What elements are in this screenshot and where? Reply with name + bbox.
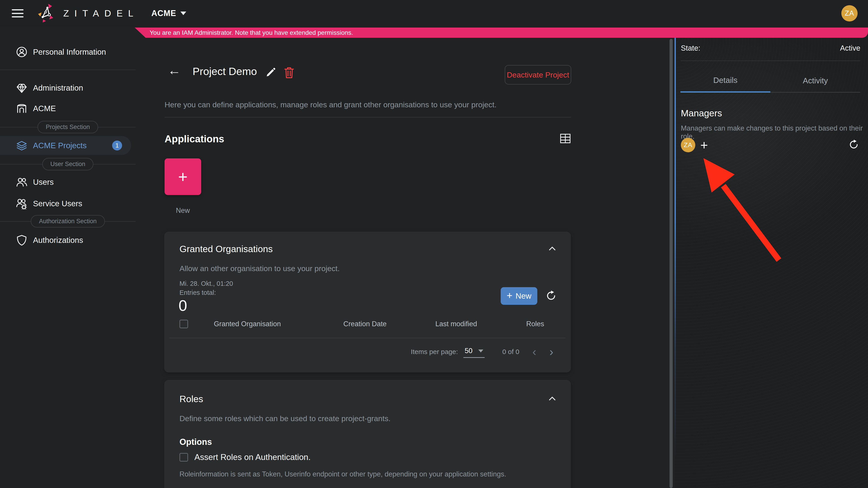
new-application-tile[interactable]: + [164,158,201,195]
organisation-icon [16,103,28,114]
roles-card: Roles Define some roles which can be use… [164,380,571,488]
timestamp: Mi. 28. Okt., 01:20 [180,280,233,287]
applications-heading: Applications [164,133,224,144]
tab-activity[interactable]: Activity [770,69,860,93]
granted-organisations-description: Allow an other organisation to use your … [180,264,340,273]
managers-row: ZA + [681,137,859,153]
add-manager-button[interactable]: + [700,138,708,152]
refresh-icon[interactable] [848,139,859,151]
sidebar-item-acme-projects[interactable]: ACME Projects 1 [0,136,131,155]
grid-view-icon[interactable] [560,133,571,144]
shield-icon [16,234,28,246]
diamond-icon [16,82,28,94]
sidebar-item-acme-org[interactable]: ACME [0,99,131,118]
topbar: ZITADEL ACME ZA [0,0,868,27]
new-application-label: New [164,206,201,215]
service-users-icon [16,198,28,209]
pencil-icon[interactable] [264,66,277,80]
new-grant-button[interactable]: + New [501,287,537,305]
trash-icon[interactable] [283,66,295,80]
sidebar-item-administration[interactable]: Administration [0,78,131,97]
sidebar: Personal Information Administration ACME [0,27,135,488]
divider [0,70,135,70]
person-circle-icon [16,46,28,58]
sidebar-section-user: User Section [0,158,135,170]
chevron-up-icon[interactable] [548,246,556,252]
iam-admin-banner-text: You are an IAM Administrator. Note that … [150,29,353,36]
options-label: Options [180,437,212,447]
chevron-up-icon[interactable] [548,396,556,402]
layers-icon [16,140,28,151]
back-arrow-icon[interactable]: ← [168,64,181,77]
sidebar-section-projects: Projects Section [0,121,135,133]
refresh-icon[interactable] [546,290,557,302]
project-count-badge: 1 [112,140,122,151]
entries-total-label: Entries total: [180,289,216,296]
state-value: Active [840,44,860,53]
roles-description: Define some roles which can be used to c… [180,414,391,423]
col-granted-organisation: Granted Organisation [214,320,343,328]
chevron-down-icon [180,11,186,15]
divider [164,117,571,118]
chevron-down-icon [478,350,483,352]
users-icon [16,176,28,188]
paginator-range: 0 of 0 [502,348,519,356]
sidebar-item-authorizations[interactable]: Authorizations [0,231,131,250]
paginator: Items per page: 50 0 of 0 ‹ › [411,346,553,358]
plus-icon: + [178,168,188,185]
brand-wordmark: ZITADEL [63,8,139,19]
main-content: ← Project Demo Deactivate Project Here y… [135,37,670,488]
sidebar-item-users[interactable]: Users [0,173,131,192]
hamburger-icon[interactable] [12,9,24,18]
next-page-button[interactable]: › [550,346,553,358]
sidebar-item-service-users[interactable]: Service Users [0,194,131,213]
granted-organisations-heading: Granted Organisations [180,244,273,254]
plus-icon: + [506,291,513,300]
roles-info-text: Roleinformation is sent as Token, Userin… [180,470,506,478]
col-last-modified: Last modified [435,320,526,328]
items-per-page-select[interactable]: 50 [463,346,485,358]
divider [681,61,860,61]
sidebar-item-personal-information[interactable]: Personal Information [0,42,131,61]
user-avatar[interactable]: ZA [841,5,858,22]
state-row: State: Active [681,44,860,53]
grants-table-header: Granted Organisation Creation Date Last … [180,320,559,328]
col-roles: Roles [526,320,559,328]
state-label: State: [681,44,700,53]
select-all-checkbox[interactable] [180,320,188,328]
org-switcher[interactable]: ACME [151,8,186,18]
managers-heading: Managers [681,108,722,119]
items-per-page-label: Items per page: [411,348,458,356]
page-title: Project Demo [193,65,257,77]
granted-organisations-card: Granted Organisations Allow an other org… [164,232,571,372]
panel-tabs: Details Activity [680,69,860,93]
divider [169,338,565,338]
roles-heading: Roles [180,394,203,404]
details-panel: State: Active Details Activity Managers … [675,37,868,488]
deactivate-project-button[interactable]: Deactivate Project [505,65,571,85]
iam-admin-banner: You are an IAM Administrator. Note that … [135,28,868,38]
tab-details[interactable]: Details [680,69,770,93]
sidebar-section-authorization: Authorization Section [0,215,135,228]
assert-roles-label: Assert Roles on Authentication. [194,453,311,462]
main-scrollbar[interactable] [670,39,673,488]
assert-roles-checkbox[interactable] [180,453,188,462]
org-name: ACME [151,8,176,18]
manager-avatar[interactable]: ZA [681,138,695,152]
entries-total-value: 0 [179,297,187,314]
page-description: Here you can define applications, manage… [164,100,497,109]
previous-page-button[interactable]: ‹ [532,346,536,358]
col-creation-date: Creation Date [343,320,435,328]
zitadel-logo-icon [37,3,57,24]
zitadel-console: ZITADEL ACME ZA You are an IAM Administr… [0,0,868,488]
assert-roles-row: Assert Roles on Authentication. [180,453,311,462]
